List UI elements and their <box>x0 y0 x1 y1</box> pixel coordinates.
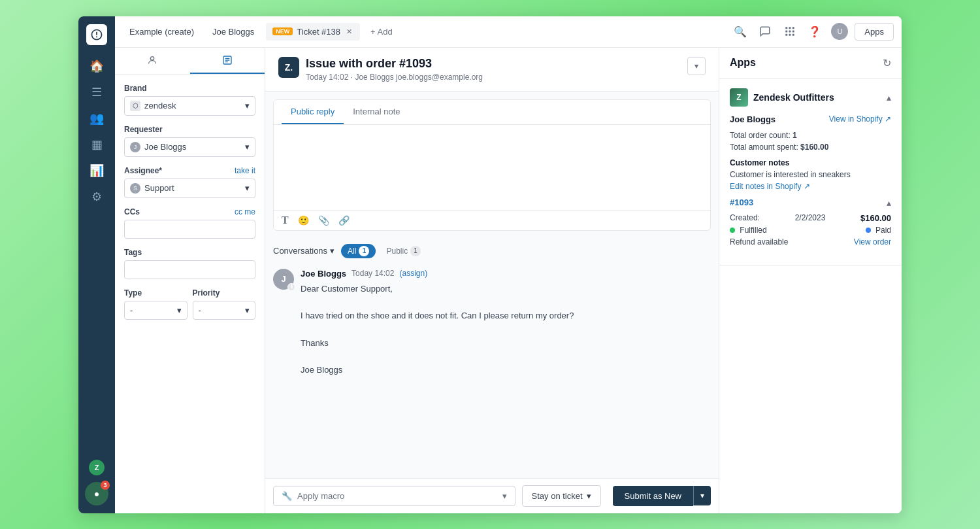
ticket-header-left: Z. Issue with order #1093 Today 14:02 · … <box>278 57 483 82</box>
ticket-more-btn[interactable]: ▾ <box>687 57 706 75</box>
tab-example[interactable]: Example (create) <box>123 23 201 41</box>
tab-ticket-138[interactable]: NEW Ticket #138 ✕ <box>266 23 360 41</box>
type-select[interactable]: - <box>124 301 188 320</box>
view-order-link[interactable]: View order <box>854 237 891 247</box>
msg-time: Today 14:02 <box>351 269 394 278</box>
ticket-meta: Today 14:02 · Joe Bloggs joe.bloggs@exam… <box>306 73 483 82</box>
sidebar-item-views[interactable]: ☰ <box>85 80 108 104</box>
brand-label: Brand <box>124 84 255 93</box>
order-id[interactable]: #1093 <box>730 197 753 207</box>
tab-ticket-138-label: Ticket #138 <box>297 27 340 37</box>
macro-left: 🔧 Apply macro <box>282 491 344 501</box>
search-icon-btn[interactable]: 🔍 <box>730 22 750 41</box>
msg-assign-link[interactable]: (assign) <box>399 269 427 278</box>
apps-grid-icon-btn[interactable] <box>780 22 800 41</box>
sidebar-item-analytics[interactable]: 📊 <box>85 159 108 182</box>
paid-label: Paid <box>875 226 891 235</box>
macro-icon: 🔧 <box>282 491 292 501</box>
tab-new-badge: NEW <box>272 27 293 35</box>
right-panel-title: Apps <box>730 57 756 69</box>
right-panel: Apps ↻ Z Zendesk Outfitters <box>719 48 902 513</box>
conversations-label[interactable]: Conversations ▾ <box>273 246 335 256</box>
svg-rect-0 <box>786 27 788 29</box>
macro-label: Apply macro <box>297 491 344 501</box>
add-tab-button[interactable]: + Add <box>365 24 398 40</box>
format-text-icon[interactable]: T <box>282 214 289 226</box>
sidebar-item-customers[interactable]: 👥 <box>85 107 108 130</box>
filter-public-btn[interactable]: Public 1 <box>380 244 427 258</box>
sidebar-logo <box>86 24 107 45</box>
submit-button[interactable]: Submit as New <box>613 486 693 506</box>
priority-chevron <box>245 305 250 315</box>
amount-spent-row: Total amount spent: $160.00 <box>730 143 891 152</box>
tab-joe-bloggs-label: Joe Bloggs <box>212 27 254 37</box>
filter-all-btn[interactable]: All 1 <box>341 244 376 258</box>
tags-input[interactable] <box>124 260 255 279</box>
brand-select[interactable]: ⬡ zendesk <box>124 96 255 116</box>
ccs-label: CCs cc me <box>124 207 255 216</box>
left-tab-user[interactable] <box>115 48 190 74</box>
sidebar-item-reports[interactable]: ▦ <box>85 133 108 156</box>
tab-example-label: Example (create) <box>129 27 194 37</box>
right-panel-header: Apps ↻ <box>719 48 902 79</box>
user-avatar-btn[interactable]: U <box>830 22 849 41</box>
link-icon[interactable]: 🔗 <box>338 215 350 226</box>
left-panel-tabs <box>115 48 265 75</box>
ccs-input[interactable] <box>124 220 255 239</box>
sidebar-item-zendesk[interactable]: Z <box>85 456 108 479</box>
chat-icon-btn[interactable] <box>755 22 775 41</box>
submit-arrow-button[interactable]: ▾ <box>693 486 711 505</box>
cc-me-link[interactable]: cc me <box>235 207 255 216</box>
svg-rect-7 <box>789 34 791 36</box>
assignee-select[interactable]: S Support <box>124 179 255 198</box>
requester-field-group: Requester J Joe Bloggs <box>124 125 255 157</box>
order-count-label: Total order count: <box>730 131 791 140</box>
tags-label: Tags <box>124 248 255 257</box>
msg-sender: Joe Bloggs <box>301 269 346 279</box>
macro-dropdown[interactable]: 🔧 Apply macro <box>273 486 515 506</box>
emoji-icon[interactable]: 🙂 <box>298 215 309 226</box>
requester-value: Joe Bloggs <box>144 142 186 152</box>
topbar-right: 🔍 ❓ U Apps <box>730 22 894 41</box>
tab-joe-bloggs[interactable]: Joe Bloggs <box>206 23 261 41</box>
tab-close-icon[interactable]: ✕ <box>344 27 353 36</box>
priority-select[interactable]: - <box>193 301 256 320</box>
take-it-link[interactable]: take it <box>235 166 255 175</box>
svg-point-9 <box>151 56 154 60</box>
submit-group: Submit as New ▾ <box>613 486 711 506</box>
sidebar-item-home[interactable]: 🏠 <box>85 54 108 78</box>
order-created-value: 2/2/2023 <box>795 213 826 222</box>
type-priority-row: Type - Priority - <box>124 288 255 329</box>
order-count-value: 1 <box>792 131 797 140</box>
tab-public-reply[interactable]: Public reply <box>282 100 344 124</box>
brand-field-group: Brand ⬡ zendesk <box>124 84 255 116</box>
svg-rect-4 <box>789 31 791 33</box>
order-collapse-btn[interactable] <box>887 197 891 208</box>
requester-select[interactable]: J Joe Bloggs <box>124 137 255 157</box>
tab-internal-note[interactable]: Internal note <box>344 100 409 124</box>
ccs-field-group: CCs cc me <box>124 207 255 239</box>
add-tab-label: + Add <box>370 27 393 37</box>
apps-button[interactable]: Apps <box>855 23 894 41</box>
sidebar-avatar[interactable]: ● 3 <box>85 482 108 505</box>
attach-icon[interactable]: 📎 <box>318 215 329 226</box>
conversations-label-text: Conversations <box>273 246 327 256</box>
view-in-shopify-link[interactable]: View in Shopify ↗ <box>829 114 891 124</box>
filter-public-label: Public <box>386 247 408 256</box>
stay-on-ticket-btn[interactable]: Stay on ticket <box>522 485 601 507</box>
ticket-header: Z. Issue with order #1093 Today 14:02 · … <box>265 48 719 92</box>
msg-content: Joe Bloggs Today 14:02 (assign) Dear Cus… <box>301 269 711 378</box>
brand-chevron <box>245 101 250 111</box>
left-tab-ticket[interactable] <box>190 48 265 74</box>
reply-editor[interactable] <box>274 125 710 210</box>
app-user-row: Joe Bloggs View in Shopify ↗ <box>730 114 891 124</box>
svg-rect-6 <box>786 34 788 36</box>
refresh-icon[interactable]: ↻ <box>883 57 891 69</box>
app-collapse-btn[interactable] <box>887 92 891 103</box>
order-header: #1093 <box>730 197 891 208</box>
edit-notes-link[interactable]: Edit notes in Shopify ↗ <box>730 182 891 191</box>
sidebar-item-settings[interactable]: ⚙ <box>85 185 108 209</box>
help-icon-btn[interactable]: ❓ <box>805 22 825 41</box>
message-area: J ℹ Joe Bloggs Today 14:02 (assign) Dear… <box>265 261 719 478</box>
app-section-name: Z Zendesk Outfitters <box>730 88 834 107</box>
